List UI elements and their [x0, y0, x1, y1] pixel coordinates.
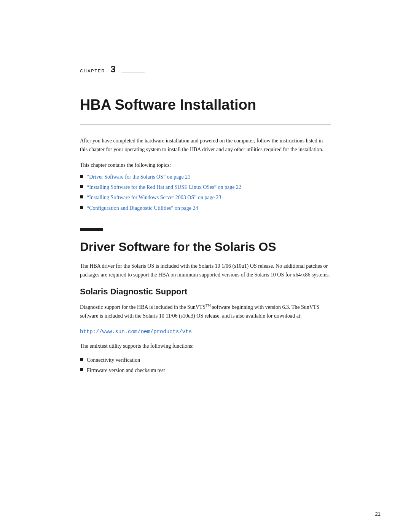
bullet-icon: [80, 368, 83, 371]
url-paragraph: http://www.sun.com/oem/products/vts: [80, 328, 331, 335]
list-item: “Installing Software for Windows Server …: [80, 193, 331, 202]
toc-link-1[interactable]: “Driver Software for the Solaris OS” on …: [87, 173, 190, 181]
list-item: Connectivity verification: [80, 356, 331, 364]
bullet-item-2: Firmware version and checksum test: [87, 366, 165, 375]
subsection1-paragraph: Diagnostic support for the HBA is includ…: [80, 303, 331, 320]
bullet-icon: [80, 206, 83, 209]
bullet-icon: [80, 358, 83, 361]
bullet-intro-text: The emlxtest utility supports the follow…: [80, 342, 331, 350]
toc-label: This chapter contains the following topi…: [80, 161, 331, 169]
page-number: 21: [375, 511, 381, 517]
chapter-label: CHAPTER 3: [80, 65, 331, 74]
bullet-icon: [80, 175, 83, 178]
chapter-decorative-line: [122, 72, 145, 72]
list-item: “Installing Software for the Red Hat and…: [80, 183, 331, 192]
chapter-number: 3: [111, 65, 116, 74]
toc-link-2[interactable]: “Installing Software for the Red Hat and…: [87, 183, 241, 192]
subsection1-title: Solaris Diagnostic Support: [80, 287, 331, 297]
section-accent-bar: [80, 228, 103, 231]
bullet-item-1: Connectivity verification: [87, 356, 140, 364]
bullet-icon: [80, 195, 83, 198]
chapter-text: CHAPTER: [80, 69, 105, 73]
intro-paragraph: After you have completed the hardware in…: [80, 136, 331, 154]
section1-title: Driver Software for the Solaris OS: [80, 240, 331, 254]
section1-paragraph: The HBA driver for the Solaris OS is inc…: [80, 262, 331, 279]
bullet-icon: [80, 185, 83, 188]
list-item: “Configuration and Diagnostic Utilities”…: [80, 204, 331, 212]
content-area: CHAPTER 3 HBA Software Installation Afte…: [57, 0, 354, 375]
feature-bullet-list: Connectivity verification Firmware versi…: [80, 356, 331, 375]
vts-url-link[interactable]: http://www.sun.com/oem/products/vts: [80, 329, 192, 335]
list-item: “Driver Software for the Solaris OS” on …: [80, 173, 331, 181]
toc-list: “Driver Software for the Solaris OS” on …: [80, 173, 331, 212]
list-item: Firmware version and checksum test: [80, 366, 331, 375]
toc-link-4[interactable]: “Configuration and Diagnostic Utilities”…: [87, 204, 198, 212]
subsection1-text-before: Diagnostic support for the HBA is includ…: [80, 304, 206, 310]
trademark-symbol: TM: [206, 304, 211, 307]
toc-link-3[interactable]: “Installing Software for Windows Server …: [87, 193, 221, 202]
chapter-title: HBA Software Installation: [80, 97, 331, 113]
chapter-divider: [80, 125, 331, 125]
page: CHAPTER 3 HBA Software Installation Afte…: [0, 0, 411, 532]
